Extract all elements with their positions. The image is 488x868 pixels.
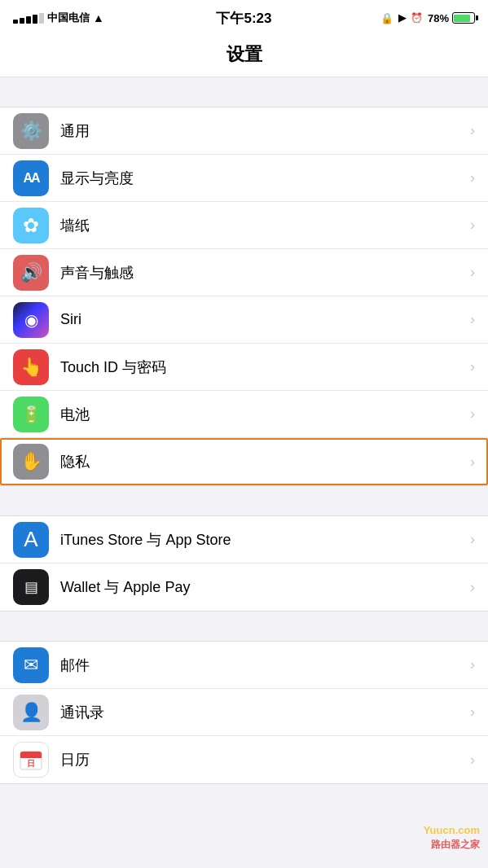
chevron-touchid: › (470, 358, 475, 375)
settings-row-battery[interactable]: 🔋 电池 › (0, 391, 488, 438)
page-title: 设置 (226, 44, 262, 64)
settings-row-mail[interactable]: ✉ 邮件 › (0, 642, 488, 689)
chevron-battery: › (470, 406, 475, 423)
watermark: Yuucn.com 路由器之家 (424, 823, 480, 852)
section-gap-2 (0, 486, 488, 515)
location-icon: ▶ (398, 12, 406, 24)
settings-group-apps: ✉ 邮件 › 👤 通讯录 › 日 日历 › (0, 641, 488, 784)
lock-icon: 🔒 (380, 12, 393, 24)
sound-icon: 🔊 (13, 255, 49, 291)
contacts-icon: 👤 (13, 695, 49, 730)
chevron-calendar: › (470, 752, 475, 769)
settings-row-wallet[interactable]: ▤ Wallet 与 Apple Pay › (0, 563, 488, 611)
chevron-contacts: › (470, 704, 475, 721)
chevron-siri: › (470, 311, 475, 328)
settings-row-sound[interactable]: 🔊 声音与触感 › (0, 249, 488, 296)
settings-row-privacy[interactable]: ✋ 隐私 › (0, 438, 488, 485)
battery-label: 电池 (60, 405, 464, 424)
settings-row-general[interactable]: ⚙️ 通用 › (0, 107, 488, 155)
settings-row-contacts[interactable]: 👤 通讯录 › (0, 689, 488, 736)
mail-label: 邮件 (60, 655, 464, 675)
touchid-icon: 👆 (13, 349, 49, 385)
general-icon: ⚙️ (13, 113, 49, 149)
appstore-icon: A (13, 522, 49, 558)
svg-rect-2 (20, 756, 42, 758)
status-right: 🔒 ▶ ⏰ 78% (380, 12, 475, 24)
status-bar: 中国电信 ▲ 下午5:23 🔒 ▶ ⏰ 78% (0, 0, 488, 36)
settings-group-general: ⚙️ 通用 › AA 显示与亮度 › ✿ 墙纸 › 🔊 声音与触感 › ◉ Si… (0, 107, 488, 486)
wallet-icon: ▤ (13, 569, 49, 605)
chevron-wallet: › (470, 579, 475, 596)
appstore-label: iTunes Store 与 App Store (60, 530, 464, 550)
settings-row-wallpaper[interactable]: ✿ 墙纸 › (0, 202, 488, 249)
general-label: 通用 (60, 121, 464, 141)
chevron-general: › (470, 122, 475, 139)
battery-indicator: 78% (428, 12, 475, 24)
calendar-label: 日历 (60, 750, 464, 769)
status-time: 下午5:23 (216, 9, 271, 28)
nav-bar: 设置 (0, 36, 488, 77)
chevron-appstore: › (470, 531, 475, 548)
watermark-line1: Yuucn.com (424, 823, 480, 838)
display-icon: AA (13, 160, 49, 196)
sound-label: 声音与触感 (60, 263, 464, 283)
siri-icon: ◉ (13, 302, 49, 338)
privacy-label: 隐私 (60, 452, 464, 471)
chevron-mail: › (470, 656, 475, 673)
settings-row-appstore[interactable]: A iTunes Store 与 App Store › (0, 516, 488, 563)
contacts-label: 通讯录 (60, 703, 464, 722)
wifi-icon: ▲ (93, 11, 104, 24)
chevron-privacy: › (470, 454, 475, 471)
section-gap-1 (0, 77, 488, 107)
wallet-label: Wallet 与 Apple Pay (60, 577, 464, 597)
section-gap-3 (0, 612, 488, 641)
wallpaper-icon: ✿ (13, 208, 49, 243)
settings-row-calendar[interactable]: 日 日历 › (0, 736, 488, 783)
calendar-icon: 日 (13, 742, 49, 778)
status-left: 中国电信 ▲ (13, 11, 104, 25)
carrier-label: 中国电信 (47, 11, 90, 25)
chevron-wallpaper: › (470, 217, 475, 234)
mail-icon: ✉ (13, 647, 49, 683)
settings-group-stores: A iTunes Store 与 App Store › ▤ Wallet 与 … (0, 515, 488, 612)
privacy-icon: ✋ (13, 444, 49, 480)
chevron-display: › (470, 169, 475, 186)
display-label: 显示与亮度 (60, 169, 464, 188)
battery-percent: 78% (428, 12, 449, 24)
watermark-line2: 路由器之家 (424, 838, 480, 852)
siri-label: Siri (60, 311, 464, 328)
battery-row-icon: 🔋 (13, 397, 49, 432)
signal-icon (13, 13, 44, 24)
touchid-label: Touch ID 与密码 (60, 357, 464, 377)
wallpaper-label: 墙纸 (60, 216, 464, 235)
settings-row-siri[interactable]: ◉ Siri › (0, 296, 488, 344)
chevron-sound: › (470, 264, 475, 281)
svg-text:日: 日 (27, 759, 35, 768)
battery-icon (452, 12, 475, 24)
alarm-icon: ⏰ (411, 12, 423, 24)
settings-row-display[interactable]: AA 显示与亮度 › (0, 155, 488, 202)
settings-row-touchid[interactable]: 👆 Touch ID 与密码 › (0, 344, 488, 391)
